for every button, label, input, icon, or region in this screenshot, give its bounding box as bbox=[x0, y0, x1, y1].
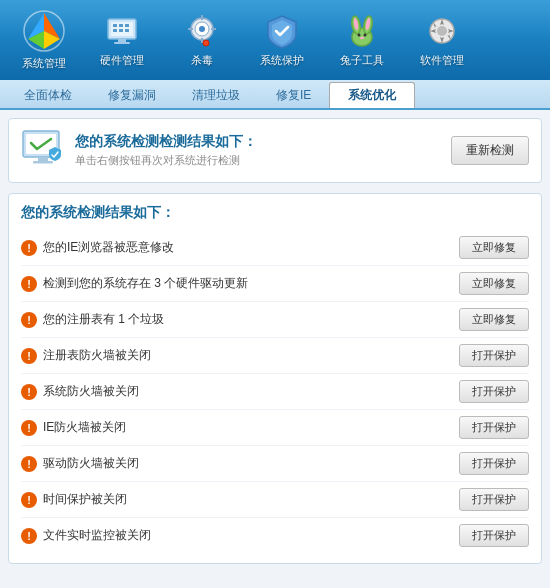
svg-rect-10 bbox=[125, 29, 129, 32]
result-item-left: !系统防火墙被关闭 bbox=[21, 383, 139, 400]
nav-kill-label: 杀毒 bbox=[191, 53, 213, 68]
tab-clean-junk[interactable]: 清理垃圾 bbox=[174, 82, 258, 108]
protect-button[interactable]: 打开保护 bbox=[459, 416, 529, 439]
svg-point-24 bbox=[358, 34, 361, 37]
svg-rect-8 bbox=[113, 29, 117, 32]
tab-full-check[interactable]: 全面体检 bbox=[6, 82, 90, 108]
result-item-text: 注册表防火墙被关闭 bbox=[43, 347, 151, 364]
warning-icon: ! bbox=[21, 420, 37, 436]
svg-rect-6 bbox=[119, 24, 123, 27]
nav-hardware[interactable]: 硬件管理 bbox=[84, 5, 160, 75]
tab-repair-ie[interactable]: 修复IE bbox=[258, 82, 329, 108]
nav-hardware-label: 硬件管理 bbox=[100, 53, 144, 68]
top-navigation: 系统管理 硬件管理 bbox=[0, 0, 550, 80]
warning-icon: ! bbox=[21, 492, 37, 508]
results-list: !您的IE浏览器被恶意修改立即修复!检测到您的系统存在 3 个硬件驱动更新立即修… bbox=[21, 230, 529, 553]
svg-point-13 bbox=[199, 26, 205, 32]
warning-icon: ! bbox=[21, 348, 37, 364]
main-content: 您的系统检测检测结果如下： 单击右侧按钮再次对系统进行检测 重新检测 您的系统检… bbox=[0, 110, 550, 588]
banner-text: 您的系统检测检测结果如下： 单击右侧按钮再次对系统进行检测 bbox=[75, 133, 257, 168]
nav-software-label: 软件管理 bbox=[420, 53, 464, 68]
svg-point-28 bbox=[437, 26, 447, 36]
svg-rect-7 bbox=[125, 24, 129, 27]
monitor-icon bbox=[21, 129, 65, 172]
result-item-left: !IE防火墙被关闭 bbox=[21, 419, 126, 436]
nav-protect[interactable]: 系统保护 bbox=[244, 5, 320, 75]
svg-rect-32 bbox=[33, 161, 53, 164]
results-section: 您的系统检测结果如下： !您的IE浏览器被恶意修改立即修复!检测到您的系统存在 … bbox=[8, 193, 542, 564]
hardware-icon bbox=[103, 12, 141, 50]
result-item: !检测到您的系统存在 3 个硬件驱动更新立即修复 bbox=[21, 266, 529, 302]
result-item: !时间保护被关闭打开保护 bbox=[21, 482, 529, 518]
kill-icon bbox=[183, 12, 221, 50]
app-logo[interactable]: 系统管理 bbox=[8, 4, 80, 76]
nav-software[interactable]: 软件管理 bbox=[404, 5, 480, 75]
protect-button[interactable]: 打开保护 bbox=[459, 344, 529, 367]
banner-left: 您的系统检测检测结果如下： 单击右侧按钮再次对系统进行检测 bbox=[21, 129, 257, 172]
svg-rect-4 bbox=[114, 42, 130, 44]
result-item-left: !注册表防火墙被关闭 bbox=[21, 347, 151, 364]
result-item: !注册表防火墙被关闭打开保护 bbox=[21, 338, 529, 374]
warning-icon: ! bbox=[21, 240, 37, 256]
protect-button[interactable]: 打开保护 bbox=[459, 380, 529, 403]
fix-button[interactable]: 立即修复 bbox=[459, 272, 529, 295]
tabs-row: 全面体检 修复漏洞 清理垃圾 修复IE 系统优化 bbox=[0, 80, 550, 110]
result-item-text: 驱动防火墙被关闭 bbox=[43, 455, 139, 472]
result-item-text: IE防火墙被关闭 bbox=[43, 419, 126, 436]
svg-point-25 bbox=[364, 34, 367, 37]
result-item-text: 时间保护被关闭 bbox=[43, 491, 127, 508]
result-item-left: !文件实时监控被关闭 bbox=[21, 527, 151, 544]
svg-rect-31 bbox=[38, 157, 48, 161]
warning-icon: ! bbox=[21, 456, 37, 472]
result-item: !IE防火墙被关闭打开保护 bbox=[21, 410, 529, 446]
tab-system-optimize[interactable]: 系统优化 bbox=[329, 82, 415, 108]
nav-protect-label: 系统保护 bbox=[260, 53, 304, 68]
warning-icon: ! bbox=[21, 312, 37, 328]
result-item-text: 文件实时监控被关闭 bbox=[43, 527, 151, 544]
svg-point-26 bbox=[360, 37, 364, 39]
info-banner: 您的系统检测检测结果如下： 单击右侧按钮再次对系统进行检测 重新检测 bbox=[8, 118, 542, 183]
result-item-left: !时间保护被关闭 bbox=[21, 491, 127, 508]
svg-rect-3 bbox=[118, 39, 126, 42]
software-icon bbox=[423, 12, 461, 50]
result-item: !您的IE浏览器被恶意修改立即修复 bbox=[21, 230, 529, 266]
result-item-left: !您的注册表有 1 个垃圾 bbox=[21, 311, 164, 328]
warning-icon: ! bbox=[21, 384, 37, 400]
fix-button[interactable]: 立即修复 bbox=[459, 236, 529, 259]
result-item: !驱动防火墙被关闭打开保护 bbox=[21, 446, 529, 482]
nav-rabbit[interactable]: 兔子工具 bbox=[324, 5, 400, 75]
result-item-left: !检测到您的系统存在 3 个硬件驱动更新 bbox=[21, 275, 248, 292]
banner-subtitle: 单击右侧按钮再次对系统进行检测 bbox=[75, 153, 257, 168]
protect-icon bbox=[263, 12, 301, 50]
result-item-text: 检测到您的系统存在 3 个硬件驱动更新 bbox=[43, 275, 248, 292]
protect-button[interactable]: 打开保护 bbox=[459, 452, 529, 475]
fix-button[interactable]: 立即修复 bbox=[459, 308, 529, 331]
recheck-button[interactable]: 重新检测 bbox=[451, 136, 529, 165]
banner-title: 您的系统检测检测结果如下： bbox=[75, 133, 257, 151]
rabbit-icon bbox=[343, 12, 381, 50]
protect-button[interactable]: 打开保护 bbox=[459, 488, 529, 511]
svg-rect-9 bbox=[119, 29, 123, 32]
result-item: !文件实时监控被关闭打开保护 bbox=[21, 518, 529, 553]
result-item-text: 您的IE浏览器被恶意修改 bbox=[43, 239, 174, 256]
result-item-left: !驱动防火墙被关闭 bbox=[21, 455, 139, 472]
warning-icon: ! bbox=[21, 528, 37, 544]
result-item: !您的注册表有 1 个垃圾立即修复 bbox=[21, 302, 529, 338]
results-title: 您的系统检测结果如下： bbox=[21, 204, 529, 222]
svg-point-18 bbox=[203, 40, 209, 46]
result-item-text: 您的注册表有 1 个垃圾 bbox=[43, 311, 164, 328]
logo-label: 系统管理 bbox=[22, 56, 66, 71]
result-item-text: 系统防火墙被关闭 bbox=[43, 383, 139, 400]
nav-rabbit-label: 兔子工具 bbox=[340, 53, 384, 68]
tab-repair-missing[interactable]: 修复漏洞 bbox=[90, 82, 174, 108]
warning-icon: ! bbox=[21, 276, 37, 292]
protect-button[interactable]: 打开保护 bbox=[459, 524, 529, 547]
result-item-left: !您的IE浏览器被恶意修改 bbox=[21, 239, 174, 256]
nav-kill[interactable]: 杀毒 bbox=[164, 5, 240, 75]
result-item: !系统防火墙被关闭打开保护 bbox=[21, 374, 529, 410]
svg-rect-5 bbox=[113, 24, 117, 27]
